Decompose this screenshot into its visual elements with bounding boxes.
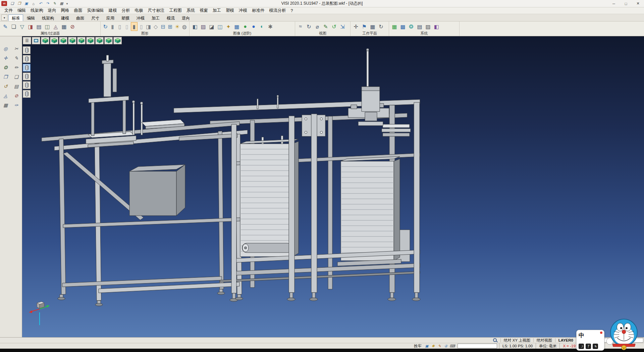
reflection-icon[interactable]: ◫	[216, 22, 224, 31]
new-file-icon[interactable]: ❏	[9, 1, 15, 6]
palette-icon[interactable]: ▩	[399, 22, 407, 31]
absolute-view-label[interactable]: 绝对视图	[537, 338, 552, 343]
undo-history-icon[interactable]: ↺	[2, 83, 10, 90]
menu-solid-edit[interactable]: 实体编辑	[85, 7, 106, 14]
view-left-icon[interactable]	[77, 37, 86, 44]
view-back-icon[interactable]	[68, 37, 76, 44]
view-bottom-icon[interactable]	[95, 37, 104, 44]
home-icon[interactable]: ⌂	[30, 1, 37, 6]
edit-icon[interactable]: ✎	[51, 1, 58, 6]
display-mode-1-icon[interactable]	[23, 46, 31, 54]
save-icon[interactable]: ▣	[23, 1, 30, 6]
menu-electrode[interactable]: 电极	[132, 7, 146, 14]
annotate-view-icon[interactable]: ✎	[322, 22, 330, 31]
background-icon[interactable]: ▦	[233, 22, 241, 31]
shadow-icon[interactable]: ◪	[208, 22, 216, 31]
clear-filter-icon[interactable]: ⊘	[68, 22, 76, 31]
edit-state-icon[interactable]: ✎	[436, 344, 443, 349]
menu-system[interactable]: 系统	[184, 7, 197, 14]
measure-icon[interactable]: ⌀	[313, 22, 321, 31]
menu-standard-parts[interactable]: 标准件	[250, 7, 267, 14]
grid-tool-icon[interactable]: ▦	[2, 101, 10, 109]
menu-file[interactable]: 文件	[2, 7, 15, 14]
texture-icon[interactable]: ▨	[199, 22, 207, 31]
tab-reverse[interactable]: 逆向	[178, 14, 193, 21]
section-plus-icon[interactable]: ⊞	[167, 22, 173, 31]
menu-drafting[interactable]: 工程图	[167, 7, 184, 14]
ime-moon-icon[interactable]: ☽	[579, 344, 584, 349]
element-filter-icon[interactable]: ▽	[18, 22, 26, 31]
zoom-dynamic-icon[interactable]: ≈	[297, 22, 305, 31]
menu-wireframe[interactable]: 线架构	[28, 7, 46, 14]
material-icon[interactable]: ◍	[181, 22, 188, 31]
menu-analysis[interactable]: 分析	[119, 7, 132, 14]
color-filter-icon[interactable]: ◨	[26, 22, 35, 31]
keyboard-state-icon[interactable]: ⌨	[449, 344, 455, 349]
tab-dimension[interactable]: 尺寸	[88, 14, 103, 21]
ime-panel[interactable]: 中 ☽T✎	[576, 330, 604, 351]
advanced-options-icon[interactable]: ✱	[266, 22, 274, 31]
screen-layout-icon[interactable]	[32, 37, 40, 44]
layer-manager-icon[interactable]: ▦	[390, 22, 398, 31]
menu-machining[interactable]: 加工	[210, 7, 223, 14]
hidden-line-icon[interactable]: ▯	[123, 22, 130, 31]
view-iso-rear-icon[interactable]	[104, 37, 113, 44]
display-mode-2-icon[interactable]	[23, 55, 31, 63]
ime-mode-toggle[interactable]: 中	[579, 332, 584, 339]
ime-text-icon[interactable]: T	[586, 344, 591, 349]
sketch-icon[interactable]: ✎	[12, 54, 20, 62]
sphere-green-icon[interactable]: ●	[241, 22, 249, 31]
workplane-flag-icon[interactable]: ⚑	[360, 22, 368, 31]
paste-element-icon[interactable]: ❏	[12, 73, 20, 81]
close-button[interactable]: ✕	[632, 0, 644, 7]
refresh-view-icon[interactable]: ↺	[330, 22, 338, 31]
system-gear-icon[interactable]: ❂	[407, 22, 415, 31]
help-state-icon[interactable]: ②	[443, 344, 449, 349]
menu-die[interactable]: 冲模	[236, 7, 250, 14]
section-minus-icon[interactable]: ⊟	[159, 22, 166, 31]
maximize-button[interactable]: □	[620, 0, 632, 7]
tab-flow[interactable]: 模流	[163, 14, 178, 21]
attribute-copy-icon[interactable]: ❏	[10, 22, 18, 31]
light-icon[interactable]: ☀	[174, 22, 180, 31]
regen-icon[interactable]: ↻	[102, 22, 109, 31]
view-iso-icon[interactable]	[41, 37, 49, 44]
note-icon[interactable]: ✑	[12, 101, 20, 109]
wireframe-view-icon[interactable]: ▯	[116, 22, 123, 31]
layer-indicator[interactable]: LAYER0	[558, 338, 573, 342]
viewport-3d[interactable]: ☰	[22, 36, 644, 337]
attribute-paint-icon[interactable]: ✎	[1, 22, 9, 31]
display-mode-3-icon[interactable]	[23, 64, 31, 72]
menu-surface[interactable]: 曲面	[72, 7, 85, 14]
tab-surface[interactable]: 曲面	[73, 14, 88, 21]
hatch-icon[interactable]: ▨	[424, 22, 432, 31]
menu-mould[interactable]: 塑模	[223, 7, 236, 14]
workplane-rotate-icon[interactable]: ↻	[377, 22, 385, 31]
display-mode-4-icon[interactable]	[23, 73, 31, 80]
open-file-icon[interactable]: ❐	[16, 1, 22, 6]
menu-reverse[interactable]: 逆向	[46, 7, 59, 14]
menu-flow-analysis[interactable]: 模流分析	[267, 7, 288, 14]
layer-filter-icon[interactable]: ▤	[35, 22, 43, 31]
sparkle-icon[interactable]: ✦	[224, 22, 232, 31]
zoom-select-icon[interactable]: ◎	[2, 45, 10, 52]
tab-modeling[interactable]: 建模	[58, 14, 72, 21]
grid-icon[interactable]: ▦	[58, 1, 65, 6]
mesh-tool-icon[interactable]: ◬	[2, 92, 10, 99]
sphere-teal-icon[interactable]: ◐	[258, 22, 266, 31]
tab-edit[interactable]: 编辑	[23, 14, 38, 21]
save-state-icon[interactable]: ▣	[424, 344, 430, 349]
display-mode-5-icon[interactable]	[23, 81, 31, 89]
tab-standard[interactable]: 标准	[8, 14, 23, 21]
view-front-icon[interactable]	[59, 37, 67, 44]
half-shade-icon[interactable]: ◨	[145, 22, 152, 31]
rotate-view-icon[interactable]: ↻	[305, 22, 313, 31]
tab-die[interactable]: 冲模	[133, 14, 148, 21]
search-icon[interactable]	[493, 338, 497, 343]
redo-icon[interactable]: ↷	[44, 1, 51, 6]
snap-icon[interactable]: ✛	[2, 54, 10, 62]
view-top-icon[interactable]	[50, 37, 58, 44]
facet-view-icon[interactable]: ◇	[152, 22, 159, 31]
scale-indicator[interactable]: LS: 1.00 PS: 1.00	[499, 343, 536, 349]
tab-wireframe[interactable]: 线架构	[39, 14, 57, 21]
